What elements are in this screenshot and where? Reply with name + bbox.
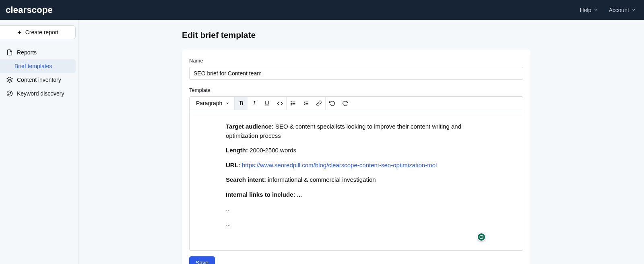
code-button[interactable] [273,97,286,110]
bold-button[interactable]: B [235,97,248,110]
underline-button[interactable]: U [260,97,273,110]
name-input[interactable] [189,67,523,80]
url-label: URL: [226,162,240,168]
redo-icon [342,100,348,106]
bullet-list-button[interactable] [287,97,299,110]
link-icon [316,100,322,106]
sidebar: Create report Reports Brief templates Co… [0,20,79,264]
code-icon [277,100,283,106]
length-value: 2000-2500 words [250,147,296,154]
internal-links-label: Internal links to include: ... [226,191,302,198]
create-report-button[interactable]: Create report [0,25,76,39]
sidebar-item-content-inventory[interactable]: Content inventory [0,73,78,87]
sidebar-item-label: Content inventory [17,77,61,83]
page-title: Edit brief template [182,30,530,40]
svg-point-10 [291,104,292,105]
grammarly-icon [479,235,484,239]
svg-point-3 [7,91,12,96]
layers-icon [6,77,13,83]
link-button[interactable] [312,97,325,110]
paragraph-label: Paragraph [196,100,222,106]
italic-button[interactable]: I [248,97,260,110]
ellipsis-row: ... [226,205,487,214]
plus-icon [17,30,22,35]
rich-text-editor: Paragraph B I U [189,96,523,251]
create-report-label: Create report [25,29,58,35]
sidebar-item-brief-templates[interactable]: Brief templates [0,59,76,73]
svg-marker-2 [7,77,12,80]
ellipsis-row: ... [226,220,487,229]
save-button[interactable]: Save [189,256,215,264]
edit-card: Name Template Paragraph B I U [182,50,530,264]
file-icon [6,49,13,56]
sidebar-item-label: Keyword discovery [17,90,64,97]
sidebar-item-label: Brief templates [14,63,52,69]
account-label: Account [609,7,629,13]
app-header: clearscope Help Account [0,0,644,20]
sidebar-item-keyword-discovery[interactable]: Keyword discovery [0,87,78,100]
compass-icon [6,90,13,97]
undo-button[interactable] [326,97,339,110]
numbered-list-icon [303,100,309,106]
name-label: Name [189,58,523,64]
main-inner: Edit brief template Name Template Paragr… [182,30,530,264]
chevron-down-icon [632,8,636,12]
grammarly-badge[interactable] [477,233,486,241]
sidebar-item-label: Reports [17,49,37,56]
header-right: Help Account [580,7,636,13]
help-label: Help [580,7,592,13]
numbered-list-button[interactable] [299,97,312,110]
chevron-down-icon [594,8,598,12]
length-label: Length: [226,147,248,154]
template-label: Template [189,87,523,93]
italic-icon: I [253,100,255,107]
undo-icon [329,100,335,106]
chevron-down-icon [225,101,229,105]
help-menu[interactable]: Help [580,7,599,13]
app-body: Create report Reports Brief templates Co… [0,20,644,264]
brand-logo[interactable]: clearscope [6,5,53,15]
underline-icon: U [265,100,269,106]
save-label: Save [196,260,208,264]
account-menu[interactable]: Account [609,7,636,13]
main-content: Edit brief template Name Template Paragr… [79,20,644,264]
editor-content[interactable]: Target audience: SEO & content specialis… [190,110,523,250]
search-intent-label: Search intent: [226,176,266,183]
svg-point-8 [291,101,292,102]
bold-icon: B [239,100,243,107]
svg-marker-4 [8,92,10,94]
svg-point-9 [291,103,292,104]
redo-button[interactable] [339,97,351,110]
paragraph-style-dropdown[interactable]: Paragraph [190,97,234,110]
bullet-list-icon [290,100,296,106]
editor-toolbar: Paragraph B I U [190,97,523,110]
target-audience-label: Target audience: [226,123,274,130]
sidebar-item-reports[interactable]: Reports [0,46,78,59]
url-link[interactable]: https://www.seoredpill.com/blog/clearsco… [242,162,437,168]
search-intent-value: informational & commercial investigation [268,176,376,183]
